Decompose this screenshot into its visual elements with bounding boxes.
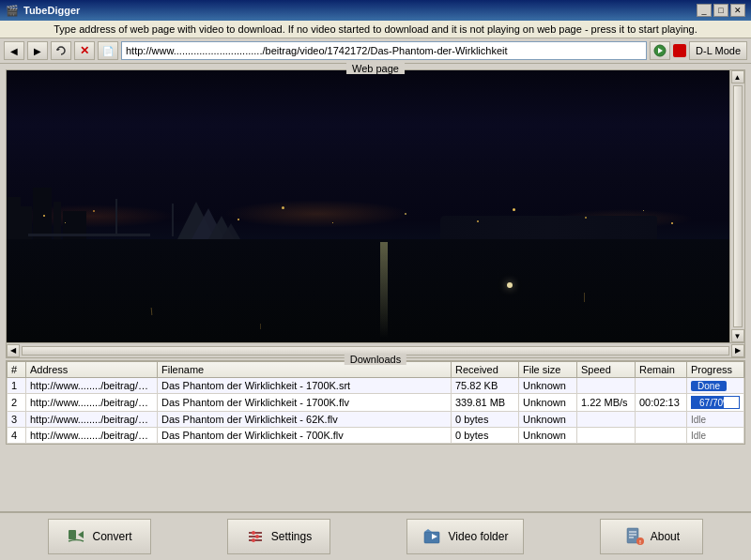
scroll-up-arrow[interactable]: ▲ — [731, 70, 744, 83]
title-bar: 🎬 TubeDigger _ □ ✕ — [0, 0, 751, 21]
bottom-toolbar: Convert Settings Video folder — [0, 511, 751, 560]
dl-mode-label: D-L Mode — [696, 45, 741, 56]
cell-progress: Idle — [687, 412, 744, 428]
bright-light — [507, 282, 513, 288]
cell-num: 1 — [8, 378, 26, 394]
cell-speed — [577, 412, 636, 428]
cell-remain: 00:02:13 — [636, 394, 687, 412]
back-button[interactable]: ◀ — [4, 41, 24, 60]
refresh-button[interactable] — [51, 41, 71, 60]
cell-remain — [636, 412, 687, 428]
progress-done: Done — [691, 381, 727, 391]
cell-speed — [577, 428, 636, 444]
webpage-label: Web page — [346, 63, 405, 74]
svg-point-12 — [252, 531, 255, 535]
downloads-label: Downloads — [345, 354, 406, 365]
cell-filesize: Unknown — [519, 378, 577, 394]
vertical-scrollbar[interactable]: ▲ ▼ — [729, 70, 744, 342]
cell-address: http://www......../beitrag/vide... — [26, 412, 158, 428]
settings-button[interactable]: Settings — [227, 519, 330, 554]
maximize-button[interactable]: □ — [713, 4, 728, 17]
scroll-thumb-v[interactable] — [733, 85, 743, 327]
go-button[interactable] — [650, 41, 670, 60]
svg-point-14 — [252, 538, 255, 542]
settings-label: Settings — [271, 530, 312, 543]
cell-remain — [636, 378, 687, 394]
app-icon: 🎬 — [6, 5, 19, 17]
svg-point-13 — [255, 535, 259, 538]
cell-filesize: Unknown — [519, 394, 577, 412]
info-bar: Type address of web page with video to d… — [0, 21, 751, 38]
scroll-right-arrow[interactable]: ▶ — [731, 344, 744, 357]
cell-speed — [577, 378, 636, 394]
cell-received: 0 bytes — [452, 428, 519, 444]
table-row: 2 http://www......../beitrag/vide... Das… — [8, 394, 744, 412]
convert-label: Convert — [93, 530, 132, 543]
video-folder-icon — [422, 526, 443, 547]
water-reflect3 — [584, 293, 585, 302]
table-row: 3 http://www......../beitrag/vide... Das… — [8, 412, 744, 428]
downloads-body: 1 http://www......../beitrag/vide... Das… — [8, 378, 744, 444]
close-button[interactable]: ✕ — [730, 4, 745, 17]
cell-filename: Das Phantom der Wirklichkeit - 1700K.flv — [158, 394, 452, 412]
webpage-frame: ▲ ▼ — [7, 70, 744, 342]
progress-idle: Idle — [691, 415, 706, 425]
moon-reflection — [380, 242, 388, 338]
progress-idle: Idle — [691, 431, 706, 441]
dl-mode-button[interactable]: D-L Mode — [689, 41, 747, 60]
video-folder-label: Video folder — [449, 530, 509, 543]
progress-bar: 67/70% — [691, 396, 740, 409]
scroll-down-arrow[interactable]: ▼ — [731, 329, 744, 342]
cell-received: 75.82 KB — [452, 378, 519, 394]
cell-num: 4 — [8, 428, 26, 444]
forward-button[interactable]: ▶ — [27, 41, 48, 60]
settings-icon — [245, 526, 266, 547]
convert-icon — [67, 526, 87, 547]
svg-text:!: ! — [639, 539, 641, 545]
address-input[interactable] — [121, 41, 647, 60]
webpage-section: Web page — [6, 69, 745, 358]
cell-num: 3 — [8, 412, 26, 428]
downloads-table: # Address Filename Received File size Sp… — [7, 361, 744, 444]
stop-button[interactable]: ✕ — [74, 41, 95, 60]
info-message: Type address of web page with video to d… — [54, 23, 697, 35]
cell-progress: Idle — [687, 428, 744, 444]
cell-filename: Das Phantom der Wirklichkeit - 700K.flv — [158, 428, 452, 444]
col-speed: Speed — [577, 362, 636, 378]
col-num: # — [8, 362, 26, 378]
about-button[interactable]: ! About — [600, 519, 703, 554]
window-controls: _ □ ✕ — [697, 4, 745, 17]
cell-address: http://www......../beitrag/vide... — [26, 428, 158, 444]
cell-address: http://www......../beitrag/vide... — [26, 394, 158, 412]
app-title: TubeDigger — [23, 5, 80, 16]
svg-marker-8 — [78, 531, 84, 538]
cell-filename: Das Phantom der Wirklichkeit - 62K.flv — [158, 412, 452, 428]
go-icon — [653, 44, 667, 57]
col-filesize: File size — [519, 362, 577, 378]
table-row: 1 http://www......../beitrag/vide... Das… — [8, 378, 744, 394]
cell-filename: Das Phantom der Wirklichkeit - 1700K.srt — [158, 378, 452, 394]
downloads-section: Downloads # Address Filename Received Fi… — [6, 360, 745, 445]
convert-button[interactable]: Convert — [48, 519, 151, 554]
about-icon: ! — [624, 526, 645, 547]
col-progress: Progress — [687, 362, 744, 378]
scroll-left-arrow[interactable]: ◀ — [7, 344, 20, 357]
table-row: 4 http://www......../beitrag/vide... Das… — [8, 428, 744, 444]
col-remain: Remain — [636, 362, 687, 378]
video-folder-button[interactable]: Video folder — [406, 519, 525, 554]
page-button[interactable]: 📄 — [98, 41, 118, 60]
cell-filesize: Unknown — [519, 412, 577, 428]
cell-progress: Done — [687, 378, 744, 394]
col-filename: Filename — [158, 362, 452, 378]
cell-received: 0 bytes — [452, 412, 519, 428]
red-indicator — [673, 44, 686, 57]
minimize-button[interactable]: _ — [697, 4, 712, 17]
water — [7, 239, 729, 342]
cell-speed: 1.22 MB/s — [577, 394, 636, 412]
about-label: About — [651, 530, 680, 543]
cell-num: 2 — [8, 394, 26, 412]
col-address: Address — [26, 362, 158, 378]
cell-address: http://www......../beitrag/vide... — [26, 378, 158, 394]
cell-progress: 67/70% — [687, 394, 744, 412]
city-background — [7, 70, 729, 342]
